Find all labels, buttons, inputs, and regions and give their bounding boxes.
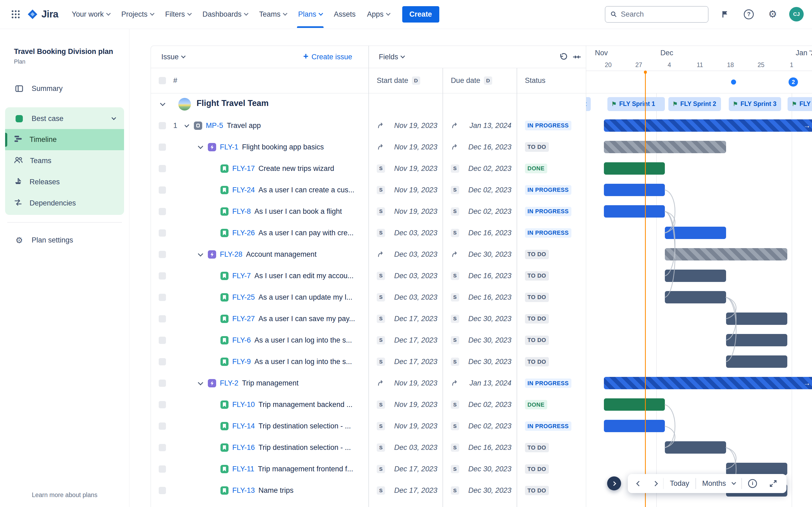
issue-key[interactable]: FLY-27 (232, 315, 255, 323)
nav-item-your-work[interactable]: Your work (66, 6, 115, 23)
row-checkbox[interactable] (159, 487, 166, 494)
issue-key[interactable]: FLY-7 (232, 272, 251, 280)
issue-key[interactable]: MP-5 (206, 121, 223, 130)
gantt-bar-fly-16[interactable] (665, 441, 726, 454)
status-cell[interactable]: TO DO (517, 265, 586, 286)
sprint-pill[interactable]: ⚑FLY Sprint 1 (607, 97, 665, 111)
issue-key[interactable]: FLY-25 (232, 293, 255, 301)
nav-item-dashboards[interactable]: Dashboards (197, 6, 253, 23)
expand-chevron-icon[interactable] (185, 122, 189, 127)
due-date-cell[interactable]: SDec 02, 2023 (443, 394, 517, 415)
row-checkbox[interactable] (159, 465, 166, 473)
gantt-bar-fly-24[interactable] (604, 184, 665, 196)
due-date-cell[interactable]: SDec 02, 2023 (443, 179, 517, 201)
status-cell[interactable]: TO DO (517, 286, 586, 308)
sidebar-item-timeline[interactable]: Timeline (5, 129, 124, 150)
due-date-cell[interactable]: SDec 16, 2023 (443, 222, 517, 243)
scroll-right-button[interactable] (647, 477, 663, 489)
status-cell[interactable]: IN PROGRESS (517, 179, 586, 201)
gantt-bar-fly-25[interactable] (665, 291, 726, 303)
start-date-cell[interactable]: Nov 19, 2023 (368, 115, 443, 136)
status-cell[interactable]: IN PROGRESS (517, 201, 586, 222)
due-date-cell[interactable]: SDec 16, 2023 (443, 286, 517, 308)
collapse-columns-button[interactable] (572, 46, 581, 68)
issue-key[interactable]: FLY-8 (232, 207, 251, 216)
today-button[interactable]: Today (663, 475, 695, 492)
expand-chevron-icon[interactable] (198, 251, 203, 256)
nav-item-teams[interactable]: Teams (254, 6, 292, 23)
row-checkbox[interactable] (159, 251, 166, 258)
nav-item-filters[interactable]: Filters (160, 6, 196, 23)
gantt-bar-fly-2[interactable]: → (604, 377, 812, 389)
status-cell[interactable]: TO DO (517, 308, 586, 329)
issue-key[interactable]: FLY-24 (232, 186, 255, 194)
row-checkbox[interactable] (159, 229, 166, 237)
issue-key[interactable]: FLY-28 (220, 250, 243, 259)
due-date-cell[interactable]: Jan 13, 2024 (443, 373, 517, 394)
issue-key[interactable]: FLY-2 (220, 379, 239, 387)
due-date-cell[interactable]: SDec 16, 2023 (443, 265, 517, 286)
row-checkbox[interactable] (159, 144, 166, 151)
start-date-cell[interactable]: SDec 17, 2023 (368, 329, 443, 351)
status-cell[interactable]: TO DO (517, 243, 586, 265)
sidebar-item-summary[interactable]: Summary (5, 78, 124, 99)
due-date-cell[interactable]: SDec 02, 2023 (443, 201, 517, 222)
expand-chevron-icon[interactable] (160, 101, 165, 106)
start-date-cell[interactable]: SNov 19, 2023 (368, 394, 443, 415)
status-cell[interactable]: TO DO (517, 136, 586, 158)
start-date-cell[interactable]: SNov 19, 2023 (368, 415, 443, 437)
row-checkbox[interactable] (159, 380, 166, 387)
row-checkbox[interactable] (159, 208, 166, 215)
issue-key[interactable]: FLY-14 (232, 422, 255, 430)
row-checkbox[interactable] (159, 165, 166, 172)
expand-chevron-icon[interactable] (198, 144, 203, 149)
status-cell[interactable]: IN PROGRESS (517, 222, 586, 243)
select-all-checkbox[interactable] (159, 77, 166, 84)
status-cell[interactable]: DONE (517, 158, 586, 179)
issue-key[interactable]: FLY-13 (232, 486, 255, 495)
issue-key[interactable]: FLY-10 (232, 400, 255, 409)
app-switcher-icon[interactable] (7, 6, 24, 23)
start-date-cell[interactable]: SDec 17, 2023 (368, 480, 443, 501)
start-date-cell[interactable]: SDec 03, 2023 (368, 265, 443, 286)
row-checkbox[interactable] (159, 337, 166, 344)
issue-type-dropdown[interactable]: Issue (161, 46, 185, 68)
issue-key[interactable]: FLY-6 (232, 336, 251, 344)
expand-chevron-icon[interactable] (198, 380, 203, 385)
start-date-cell[interactable]: SNov 19, 2023 (368, 158, 443, 179)
search-input[interactable] (621, 10, 703, 18)
gantt-bar-fly-10[interactable] (604, 398, 665, 411)
gantt-bar-fly-27[interactable] (726, 313, 787, 325)
nav-item-apps[interactable]: Apps (362, 6, 395, 23)
start-date-cell[interactable]: SDec 03, 2023 (368, 437, 443, 458)
learn-more-link[interactable]: Learn more about plans (0, 492, 129, 499)
start-date-cell[interactable]: SNov 19, 2023 (368, 201, 443, 222)
start-date-cell[interactable]: Dec 03, 2023 (368, 243, 443, 265)
due-date-cell[interactable]: SDec 02, 2023 (443, 415, 517, 437)
settings-button[interactable]: ⚙ (765, 7, 780, 21)
status-cell[interactable]: IN PROGRESS (517, 373, 586, 394)
sprint-pill[interactable]: ⚑FLY S (788, 97, 812, 111)
create-issue-button[interactable]: + Create issue (303, 46, 352, 68)
status-cell[interactable]: IN PROGRESS (517, 115, 586, 136)
status-cell[interactable]: TO DO (517, 351, 586, 373)
sprint-pill[interactable]: ⚑t (586, 97, 591, 111)
sprint-pill[interactable]: ⚑FLY Sprint 2 (668, 97, 721, 111)
release-count-badge[interactable]: 2 (789, 77, 798, 87)
start-date-cell[interactable]: SDec 17, 2023 (368, 308, 443, 329)
row-checkbox[interactable] (159, 315, 166, 323)
gantt-bar-fly-11[interactable] (726, 463, 787, 475)
info-button[interactable]: i (742, 475, 763, 492)
gantt-bar-fly-8[interactable] (604, 205, 665, 218)
jira-logo[interactable]: Jira (27, 9, 58, 20)
start-date-cell[interactable]: SNov 19, 2023 (368, 179, 443, 201)
row-checkbox[interactable] (159, 358, 166, 365)
notifications-button[interactable] (718, 7, 732, 21)
due-date-cell[interactable]: Dec 30, 2023 (443, 243, 517, 265)
gantt-bar-fly-26[interactable] (665, 227, 726, 239)
due-date-cell[interactable]: SDec 02, 2023 (443, 158, 517, 179)
due-date-cell[interactable]: SDec 30, 2023 (443, 351, 517, 373)
start-date-cell[interactable]: SDec 17, 2023 (368, 458, 443, 480)
gantt-bar-fly-1[interactable] (604, 141, 726, 153)
release-marker-dot[interactable] (731, 79, 736, 84)
